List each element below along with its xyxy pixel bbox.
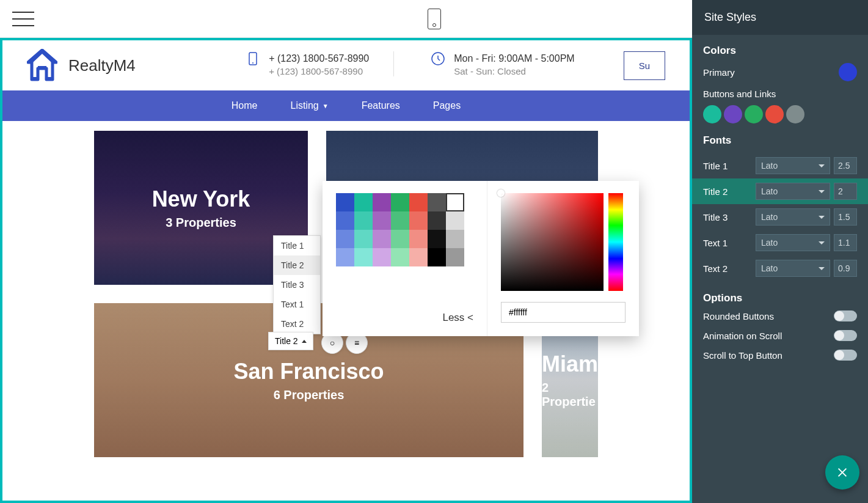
color-swatch[interactable] [446, 211, 464, 230]
font-select[interactable]: Lato [756, 183, 830, 200]
phone-secondary[interactable]: + (123) 1800-567-8990 [269, 66, 369, 76]
color-swatch[interactable] [428, 248, 446, 266]
brand-name[interactable]: RealtyM4 [68, 56, 136, 75]
color-swatch[interactable] [446, 248, 464, 266]
title-style-menu: Title 1 Title 2 Title 3 Text 1 Text 2 [273, 235, 321, 334]
nav-pages[interactable]: Pages [421, 92, 473, 120]
title-menu-item[interactable]: Title 2 [274, 255, 320, 275]
chevron-down-icon [819, 164, 825, 167]
color-swatch[interactable] [428, 230, 446, 248]
rounded-buttons-toggle[interactable] [834, 310, 857, 321]
color-swatch[interactable] [373, 193, 391, 211]
color-swatch[interactable] [354, 193, 373, 211]
chevron-down-icon: ▼ [323, 103, 329, 109]
hue-slider[interactable] [608, 193, 623, 291]
button-color-swatch[interactable] [745, 105, 763, 123]
hex-input[interactable] [501, 302, 625, 323]
color-swatch[interactable] [391, 193, 409, 211]
button-color-swatch[interactable] [786, 105, 804, 123]
nav-pages-label: Pages [433, 100, 461, 111]
hamburger-menu-icon[interactable] [12, 12, 34, 26]
animation-scroll-toggle[interactable] [834, 330, 857, 341]
subscribe-button[interactable]: Su [624, 51, 665, 80]
card-subtitle: 6 Properties [274, 388, 345, 402]
site-styles-panel: Site Styles Colors Primary Buttons and L… [692, 0, 868, 503]
color-swatch[interactable] [391, 211, 409, 230]
color-swatch[interactable] [409, 193, 428, 211]
nav-listing[interactable]: Listing▼ [279, 92, 341, 120]
animation-scroll-label: Animation on Scroll [703, 331, 782, 341]
button-color-swatch[interactable] [765, 105, 784, 123]
color-swatch[interactable] [409, 230, 428, 248]
saturation-value-picker[interactable] [501, 193, 604, 291]
title-style-selector[interactable]: Title 2 [268, 332, 313, 350]
swatch-grid [336, 193, 473, 266]
font-row-title3: Title 3 Lato [692, 204, 868, 230]
button-color-swatch[interactable] [724, 105, 742, 123]
font-row-text2: Text 2 Lato [692, 255, 868, 281]
title-menu-item[interactable]: Text 2 [274, 314, 320, 334]
font-select[interactable]: Lato [756, 157, 830, 174]
color-swatch[interactable] [391, 248, 409, 266]
site-header: RealtyM4 + (123) 1800-567-8990 + (123) 1… [2, 40, 690, 90]
color-swatch[interactable] [428, 211, 446, 230]
color-picker-popup: Less < [323, 181, 639, 336]
color-swatch[interactable] [409, 211, 428, 230]
button-color-row [703, 105, 857, 123]
font-size-input[interactable] [834, 183, 857, 200]
font-label: Text 1 [703, 238, 752, 248]
font-size-input[interactable] [834, 157, 857, 174]
color-swatch-selected[interactable] [446, 193, 464, 211]
hours-info-block: Mon - Fri: 9:00AM - 5:00PM Sat - Sun: Cl… [418, 51, 586, 76]
color-swatch[interactable] [446, 230, 464, 248]
color-swatch[interactable] [409, 248, 428, 266]
title-menu-item[interactable]: Title 1 [274, 236, 320, 255]
less-toggle-link[interactable]: Less < [442, 312, 473, 324]
hours-primary[interactable]: Mon - Fri: 9:00AM - 5:00PM [454, 51, 574, 66]
title-menu-item[interactable]: Text 1 [274, 295, 320, 314]
font-size-input[interactable] [834, 260, 857, 277]
font-label: Title 1 [703, 161, 752, 171]
color-swatch[interactable] [373, 248, 391, 266]
clock-icon [431, 51, 445, 66]
mobile-device-icon[interactable] [428, 9, 441, 29]
nav-features[interactable]: Features [349, 92, 412, 120]
font-row-title1: Title 1 Lato [692, 153, 868, 178]
svg-point-1 [252, 62, 253, 64]
chevron-down-icon [819, 216, 825, 219]
nav-listing-label: Listing [291, 100, 319, 111]
color-swatch[interactable] [336, 211, 354, 230]
close-panel-button[interactable] [825, 455, 859, 490]
color-swatch[interactable] [336, 193, 354, 211]
font-size-input[interactable] [834, 234, 857, 251]
color-swatch[interactable] [373, 230, 391, 248]
color-swatch[interactable] [373, 211, 391, 230]
fonts-heading: Fonts [703, 134, 857, 147]
nav-home[interactable]: Home [219, 92, 270, 120]
picker-handle[interactable] [497, 189, 505, 197]
title-menu-item[interactable]: Title 3 [274, 275, 320, 295]
color-swatch[interactable] [354, 230, 373, 248]
scroll-top-toggle[interactable] [834, 350, 857, 361]
close-icon [836, 466, 849, 479]
color-swatch[interactable] [354, 211, 373, 230]
font-size-input[interactable] [834, 208, 857, 226]
font-select[interactable]: Lato [756, 208, 830, 226]
font-row-text1: Text 1 Lato [692, 230, 868, 255]
font-row-title2: Title 2 Lato [692, 178, 868, 204]
color-swatch[interactable] [428, 193, 446, 211]
card-subtitle: 3 Properties [166, 216, 236, 230]
font-select[interactable]: Lato [756, 234, 830, 251]
main-nav: Home Listing▼ Features Pages [2, 90, 690, 121]
color-swatch[interactable] [354, 248, 373, 266]
color-swatch[interactable] [391, 230, 409, 248]
button-color-swatch[interactable] [703, 105, 721, 123]
color-swatch[interactable] [336, 248, 354, 266]
phone-primary[interactable]: + (123) 1800-567-8990 [269, 51, 369, 66]
card-subtitle: 2 Propertie [542, 381, 598, 409]
primary-color-swatch[interactable] [839, 63, 857, 81]
phone-icon [246, 51, 260, 66]
hours-secondary[interactable]: Sat - Sun: Closed [454, 66, 574, 76]
color-swatch[interactable] [336, 230, 354, 248]
font-select[interactable]: Lato [756, 260, 830, 277]
